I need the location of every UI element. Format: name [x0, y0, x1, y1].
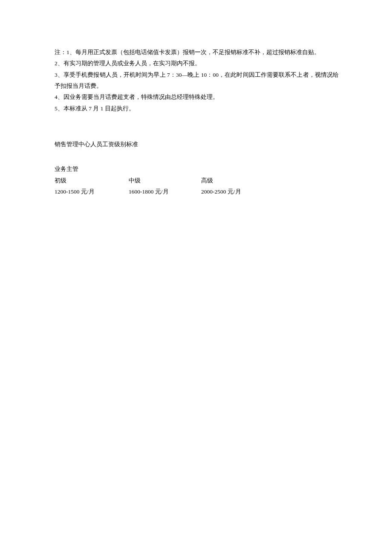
note-line-1: 注：1、每月用正式发票（包括电话储值卡发票）报销一次，不足报销标准不补，超过报销… [55, 47, 339, 58]
level-amount-junior: 1200-1500 元/月 [55, 186, 129, 197]
level-label-junior: 初级 [55, 175, 129, 186]
note-line-5: 5、本标准从 7 月 1 日起执行。 [55, 103, 339, 114]
note-line-4: 4、因业务需要当月话费超支者，特殊情况由总经理特殊处理。 [55, 92, 339, 103]
salary-levels-row: 初级 中级 高级 [55, 175, 339, 186]
salary-col-junior: 初级 [55, 175, 129, 186]
salary-col-senior: 高级 [201, 175, 339, 186]
salary-col-mid: 中级 [129, 175, 201, 186]
level-label-mid: 中级 [129, 175, 201, 186]
level-label-senior: 高级 [201, 175, 339, 186]
level-amount-mid: 1600-1800 元/月 [129, 186, 201, 197]
note-line-3: 3、享受手机费报销人员，开机时间为早上 7：30—晚上 10：00，在此时间因工… [55, 69, 339, 92]
section-title: 销售管理中心人员工资级别标准 [55, 139, 339, 150]
salary-amount-col-senior: 2000-2500 元/月 [201, 186, 339, 197]
note-line-2: 2、有实习期的管理人员或业务人员，在实习期内不报。 [55, 58, 339, 69]
salary-amount-col-junior: 1200-1500 元/月 [55, 186, 129, 197]
role-title: 业务主管 [55, 164, 339, 175]
notes-block: 注：1、每月用正式发票（包括电话储值卡发票）报销一次，不足报销标准不补，超过报销… [55, 47, 339, 114]
salary-amount-col-mid: 1600-1800 元/月 [129, 186, 201, 197]
level-amount-senior: 2000-2500 元/月 [201, 186, 339, 197]
salary-amounts-row: 1200-1500 元/月 1600-1800 元/月 2000-2500 元/… [55, 186, 339, 197]
